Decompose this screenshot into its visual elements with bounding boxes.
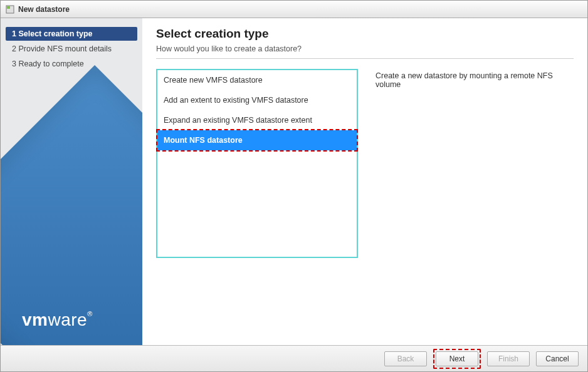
page-heading: Select creation type	[156, 27, 574, 41]
option-expand-extent[interactable]: Expand an existing VMFS datastore extent	[157, 110, 357, 130]
option-add-extent[interactable]: Add an extent to existing VMFS datastore	[157, 90, 357, 110]
creation-type-listbox[interactable]: Create new VMFS datastore Add an extent …	[156, 69, 358, 258]
finish-button: Finish	[487, 351, 530, 366]
svg-rect-1	[7, 6, 10, 9]
wizard-footer: Back Next Finish Cancel	[1, 345, 587, 371]
annotation-highlight-next: Next	[433, 349, 481, 369]
option-description: Create a new datastore by mounting a rem…	[375, 69, 574, 258]
divider	[156, 58, 574, 59]
option-mount-nfs[interactable]: Mount NFS datastore	[157, 130, 357, 150]
next-button[interactable]: Next	[436, 351, 478, 366]
decorative-triangle	[1, 65, 142, 345]
annotation-highlight: Mount NFS datastore	[156, 129, 358, 152]
step-provide-nfs-mount-details[interactable]: 2 Provide NFS mount details	[6, 42, 137, 56]
datastore-icon	[6, 5, 14, 14]
step-list: 1 Select creation type 2 Provide NFS mou…	[6, 27, 137, 71]
page-subtitle: How would you like to create a datastore…	[156, 44, 574, 53]
wizard-sidebar: 1 Select creation type 2 Provide NFS mou…	[1, 18, 142, 345]
main-panel: Select creation type How would you like …	[142, 18, 587, 345]
window-title: New datastore	[18, 5, 70, 14]
title-bar: New datastore	[1, 1, 587, 18]
vmware-logo: vmware®	[22, 310, 93, 330]
cancel-button[interactable]: Cancel	[536, 351, 579, 366]
option-create-new-vmfs[interactable]: Create new VMFS datastore	[157, 70, 357, 90]
back-button: Back	[384, 351, 427, 366]
step-select-creation-type[interactable]: 1 Select creation type	[6, 27, 137, 41]
step-ready-to-complete[interactable]: 3 Ready to complete	[6, 57, 137, 71]
